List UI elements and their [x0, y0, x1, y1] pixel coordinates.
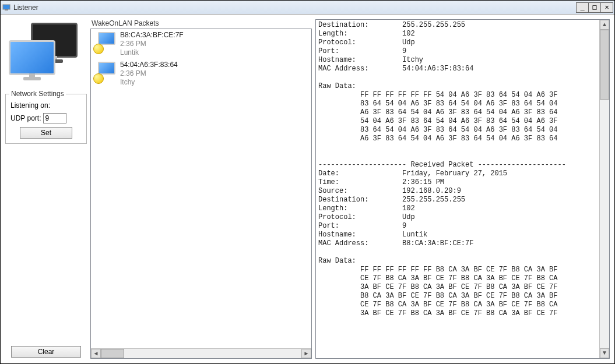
listening-on-label: Listening on:	[10, 101, 50, 109]
set-button[interactable]: Set	[20, 127, 72, 139]
svg-rect-0	[3, 5, 10, 9]
packet-time: 2:36 PM	[120, 40, 184, 48]
clear-button[interactable]: Clear	[11, 346, 81, 358]
left-panel: Network Settings Listening on: UDP port:…	[5, 19, 87, 359]
content-area: Network Settings Listening on: UDP port:…	[1, 15, 614, 363]
packet-details-text[interactable]: Destination: 255.255.255.255 Length: 102…	[316, 20, 599, 358]
scroll-left-icon[interactable]: ◄	[91, 349, 101, 358]
network-settings-legend: Network Settings	[9, 90, 66, 98]
scroll-down-icon[interactable]: ▼	[600, 348, 609, 358]
wake-packet-icon	[93, 31, 117, 54]
packet-item[interactable]: B8:CA:3A:BF:CE:7F 2:36 PM Luntik	[91, 29, 311, 59]
horizontal-scrollbar[interactable]: ◄ ►	[91, 348, 311, 358]
network-settings-group: Network Settings Listening on: UDP port:…	[5, 94, 87, 144]
close-button[interactable]: ✕	[600, 2, 613, 13]
packets-title: WakeOnLAN Packets	[90, 19, 312, 27]
computers-icon	[5, 19, 81, 89]
udp-port-label: UDP port:	[10, 114, 41, 122]
maximize-button[interactable]: □	[588, 2, 601, 13]
minimize-button[interactable]: _	[576, 2, 589, 13]
packets-panel: WakeOnLAN Packets B8:CA:3A:BF:CE:7F 2:36…	[90, 19, 312, 359]
svg-rect-1	[5, 9, 8, 10]
packet-list: B8:CA:3A:BF:CE:7F 2:36 PM Luntik 54:04:A…	[90, 29, 312, 359]
scroll-up-icon[interactable]: ▲	[600, 20, 609, 30]
vertical-scrollbar[interactable]: ▲ ▼	[599, 20, 609, 358]
window-title: Listener	[13, 3, 577, 12]
wake-packet-icon	[93, 61, 117, 84]
app-window: Listener _ □ ✕ Network Settings Listenin…	[0, 0, 615, 364]
packet-mac: B8:CA:3A:BF:CE:7F	[120, 31, 184, 40]
scroll-thumb[interactable]	[101, 349, 124, 358]
packet-mac: 54:04:A6:3F:83:64	[120, 61, 178, 69]
app-icon	[2, 3, 11, 12]
details-panel: Destination: 255.255.255.255 Length: 102…	[315, 19, 610, 359]
scroll-thumb[interactable]	[600, 30, 609, 100]
packet-item[interactable]: 54:04:A6:3F:83:64 2:36 PM Itchy	[91, 59, 311, 89]
packet-host: Luntik	[120, 48, 184, 57]
udp-port-input[interactable]	[43, 113, 66, 123]
packet-items[interactable]: B8:CA:3A:BF:CE:7F 2:36 PM Luntik 54:04:A…	[91, 29, 311, 348]
packet-host: Itchy	[120, 78, 178, 87]
titlebar[interactable]: Listener _ □ ✕	[1, 1, 614, 15]
scroll-right-icon[interactable]: ►	[301, 349, 311, 358]
packet-time: 2:36 PM	[120, 69, 178, 78]
